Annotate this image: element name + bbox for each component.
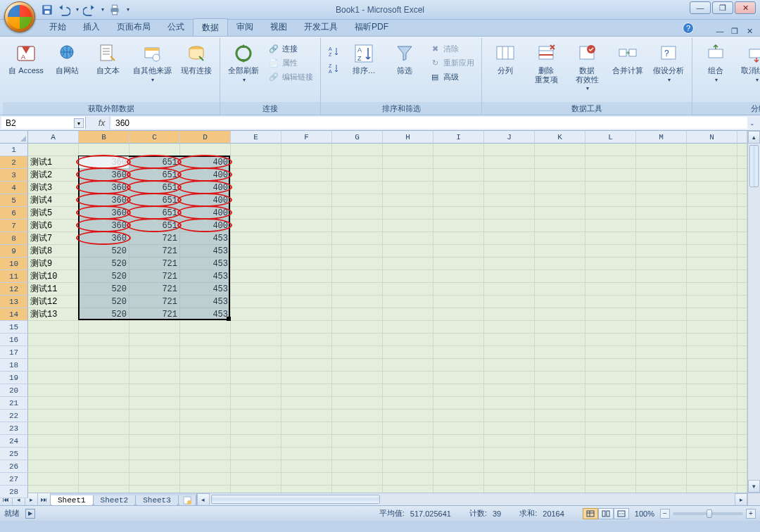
- cell-L5[interactable]: [585, 194, 636, 207]
- cell-N12[interactable]: [687, 283, 737, 296]
- cell-K15[interactable]: [535, 321, 585, 334]
- col-header-L[interactable]: L: [585, 131, 636, 144]
- cell-N2[interactable]: [687, 156, 737, 169]
- cell-G4[interactable]: [332, 182, 383, 194]
- cell-L28[interactable]: [585, 486, 636, 493]
- cell-C10[interactable]: 721: [129, 258, 180, 270]
- row-header-8[interactable]: 8: [0, 232, 28, 245]
- cell-rest-17[interactable]: [737, 346, 747, 359]
- row-header-11[interactable]: 11: [0, 270, 28, 283]
- redo-icon[interactable]: [83, 4, 96, 16]
- cell-I2[interactable]: [433, 156, 484, 169]
- cell-E23[interactable]: [231, 422, 281, 435]
- expand-formula-bar-icon[interactable]: ⌄: [747, 118, 757, 128]
- cell-A24[interactable]: [28, 435, 79, 448]
- cell-C19[interactable]: [129, 372, 180, 384]
- cell-L9[interactable]: [585, 245, 636, 258]
- cell-G22[interactable]: [332, 410, 383, 422]
- cell-B27[interactable]: [79, 473, 129, 486]
- cell-L24[interactable]: [585, 435, 636, 448]
- name-box[interactable]: B2▾: [1, 117, 86, 129]
- cell-E21[interactable]: [231, 397, 281, 410]
- cell-N19[interactable]: [687, 372, 737, 384]
- cell-E1[interactable]: [231, 144, 281, 156]
- row-header-5[interactable]: 5: [0, 194, 28, 207]
- cell-N6[interactable]: [687, 207, 737, 220]
- cell-N5[interactable]: [687, 194, 737, 207]
- cell-D1[interactable]: [180, 144, 231, 156]
- cell-J17[interactable]: [484, 346, 535, 359]
- ext-data-btn-2[interactable]: 自文本: [89, 41, 127, 77]
- cell-H5[interactable]: [383, 194, 433, 207]
- scroll-left-button[interactable]: ◂: [197, 493, 210, 506]
- data-tool-btn-2[interactable]: 数据有效性▾: [568, 41, 606, 93]
- cell-D8[interactable]: 453: [180, 232, 231, 245]
- cell-D12[interactable]: 453: [180, 283, 231, 296]
- cell-N21[interactable]: [687, 397, 737, 410]
- cell-rest-3[interactable]: [737, 169, 747, 182]
- cell-B4[interactable]: 360: [79, 182, 129, 194]
- cell-K9[interactable]: [535, 245, 585, 258]
- cell-rest-1[interactable]: [737, 144, 747, 156]
- macro-record-icon[interactable]: ▶: [25, 509, 35, 519]
- row-header-4[interactable]: 4: [0, 182, 28, 194]
- cell-F28[interactable]: [281, 486, 332, 493]
- cell-K22[interactable]: [535, 410, 585, 422]
- cell-N14[interactable]: [687, 308, 737, 321]
- col-header-K[interactable]: K: [535, 131, 585, 144]
- cell-C26[interactable]: [129, 460, 180, 473]
- row-header-20[interactable]: 20: [0, 384, 28, 397]
- tab-8[interactable]: 福昕PDF: [346, 18, 397, 36]
- cell-D24[interactable]: [180, 435, 231, 448]
- cell-C16[interactable]: [129, 334, 180, 346]
- cell-M13[interactable]: [636, 296, 687, 308]
- cell-N16[interactable]: [687, 334, 737, 346]
- cell-F27[interactable]: [281, 473, 332, 486]
- cell-K16[interactable]: [535, 334, 585, 346]
- cell-K7[interactable]: [535, 220, 585, 232]
- cell-G8[interactable]: [332, 232, 383, 245]
- row-header-23[interactable]: 23: [0, 422, 28, 435]
- cell-A17[interactable]: [28, 346, 79, 359]
- cell-F20[interactable]: [281, 384, 332, 397]
- refresh-all-button[interactable]: 全部刷新▾: [224, 41, 262, 84]
- cell-I24[interactable]: [433, 435, 484, 448]
- cell-B14[interactable]: 520: [79, 308, 129, 321]
- cell-J24[interactable]: [484, 435, 535, 448]
- cell-F3[interactable]: [281, 169, 332, 182]
- cell-G23[interactable]: [332, 422, 383, 435]
- cell-M5[interactable]: [636, 194, 687, 207]
- fx-button[interactable]: fx: [94, 115, 110, 130]
- cell-K13[interactable]: [535, 296, 585, 308]
- cell-M11[interactable]: [636, 270, 687, 283]
- cell-rest-2[interactable]: [737, 156, 747, 169]
- zoom-slider[interactable]: − +: [660, 509, 756, 519]
- cell-H6[interactable]: [383, 207, 433, 220]
- cell-A22[interactable]: [28, 410, 79, 422]
- save-icon[interactable]: [41, 4, 53, 16]
- cell-C11[interactable]: 721: [129, 270, 180, 283]
- cell-K21[interactable]: [535, 397, 585, 410]
- cell-I22[interactable]: [433, 410, 484, 422]
- cell-L10[interactable]: [585, 258, 636, 270]
- cell-M23[interactable]: [636, 422, 687, 435]
- cell-A6[interactable]: 测试5: [28, 207, 79, 220]
- cell-rest-28[interactable]: [737, 486, 747, 493]
- row-header-2[interactable]: 2: [0, 156, 28, 169]
- cell-B22[interactable]: [79, 410, 129, 422]
- cell-F24[interactable]: [281, 435, 332, 448]
- cell-H1[interactable]: [383, 144, 433, 156]
- cell-F10[interactable]: [281, 258, 332, 270]
- row-header-26[interactable]: 26: [0, 460, 28, 473]
- cell-F18[interactable]: [281, 359, 332, 372]
- cell-D13[interactable]: 453: [180, 296, 231, 308]
- cell-G13[interactable]: [332, 296, 383, 308]
- cell-I5[interactable]: [433, 194, 484, 207]
- cell-B9[interactable]: 520: [79, 245, 129, 258]
- data-tool-btn-0[interactable]: 分列: [486, 41, 524, 77]
- qat-customize-icon[interactable]: ▾: [127, 6, 129, 13]
- row-header-14[interactable]: 14: [0, 308, 28, 321]
- cell-E3[interactable]: [231, 169, 281, 182]
- cell-H9[interactable]: [383, 245, 433, 258]
- cell-G12[interactable]: [332, 283, 383, 296]
